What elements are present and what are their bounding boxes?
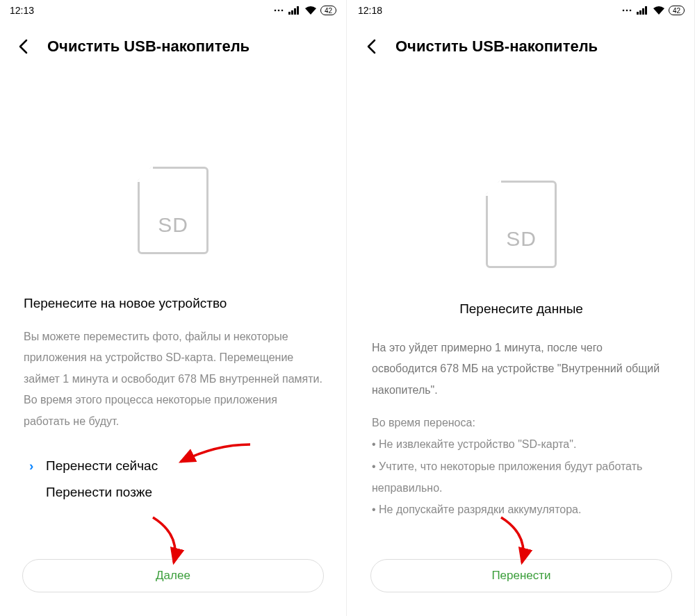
back-button[interactable] [362, 38, 380, 56]
notes-block: Во время переноса: • Не извлекайте устро… [372, 412, 671, 520]
page-title: Очистить USB-накопитель [47, 38, 250, 56]
sd-icon-wrap: SD [0, 167, 346, 254]
status-time: 12:18 [358, 5, 382, 16]
note-item: • Не извлекайте устройство "SD-карта". [372, 433, 671, 455]
sd-card-icon: SD [138, 167, 208, 254]
status-bar: 12:13 42 [0, 0, 346, 21]
bottom-button-wrap: Далее [22, 559, 324, 592]
sd-card-icon: SD [486, 181, 557, 268]
svg-rect-4 [291, 10, 293, 15]
sd-label: SD [158, 213, 188, 237]
note-item: • Учтите, что некоторые приложения будут… [372, 456, 671, 499]
battery-indicator: 42 [669, 6, 685, 15]
notes-intro: Во время переноса: [372, 412, 671, 433]
button-label: Перенести [491, 569, 550, 583]
svg-rect-5 [294, 8, 296, 15]
option-label: Перенести позже [46, 485, 152, 500]
svg-rect-11 [639, 10, 641, 15]
svg-rect-3 [288, 12, 291, 15]
bottom-button-wrap: Перенести [370, 559, 672, 592]
transfer-options: › Перенести сейчас Перенести позже [24, 458, 322, 500]
svg-rect-10 [637, 12, 639, 15]
signal-icon [288, 6, 301, 15]
status-time: 12:13 [10, 5, 34, 16]
battery-indicator: 42 [320, 6, 336, 15]
signal-icon [637, 6, 649, 15]
option-label: Перенести сейчас [46, 458, 158, 474]
more-icon [622, 7, 633, 14]
wifi-icon [304, 6, 317, 15]
back-button[interactable] [14, 38, 32, 56]
note-item: • Не допускайте разрядки аккумулятора. [372, 499, 671, 520]
svg-point-7 [623, 10, 625, 12]
content-area: Перенесите на новое устройство Вы можете… [0, 296, 346, 500]
option-transfer-later[interactable]: Перенести позже [31, 485, 322, 500]
button-label: Далее [156, 569, 190, 583]
svg-point-0 [275, 10, 277, 12]
header: Очистить USB-накопитель [0, 21, 346, 63]
page-title: Очистить USB-накопитель [395, 38, 598, 56]
svg-point-9 [630, 10, 632, 12]
screenshot-right: 12:18 42 Очистить USB-накопитель SD Пере… [348, 0, 695, 616]
content-area: Перенесите данные На это уйдет примерно … [348, 301, 694, 520]
screenshot-left: 12:13 42 Очистить USB-накопитель SD Пере… [0, 0, 347, 616]
chevron-right-icon: › [29, 458, 33, 474]
status-icons: 42 [274, 6, 336, 15]
svg-rect-12 [642, 8, 644, 15]
next-button[interactable]: Далее [22, 559, 324, 592]
header: Очистить USB-накопитель [348, 21, 694, 63]
svg-point-2 [281, 10, 284, 12]
status-bar: 12:18 42 [348, 0, 694, 21]
sd-icon-wrap: SD [348, 181, 694, 268]
more-icon [274, 7, 285, 14]
svg-point-1 [278, 10, 280, 12]
transfer-button[interactable]: Перенести [370, 559, 672, 592]
svg-rect-6 [297, 6, 299, 15]
wifi-icon [653, 6, 665, 15]
content-heading: Перенесите данные [372, 301, 671, 317]
status-icons: 42 [622, 6, 685, 15]
option-transfer-now[interactable]: › Перенести сейчас [31, 458, 322, 474]
svg-rect-13 [645, 6, 647, 15]
content-heading: Перенесите на новое устройство [24, 296, 322, 311]
svg-point-8 [626, 10, 628, 12]
content-paragraph: На это уйдет примерно 1 минута, после че… [372, 338, 671, 401]
content-paragraph: Вы можете переместить фото, файлы и неко… [24, 326, 322, 432]
sd-label: SD [506, 227, 537, 251]
